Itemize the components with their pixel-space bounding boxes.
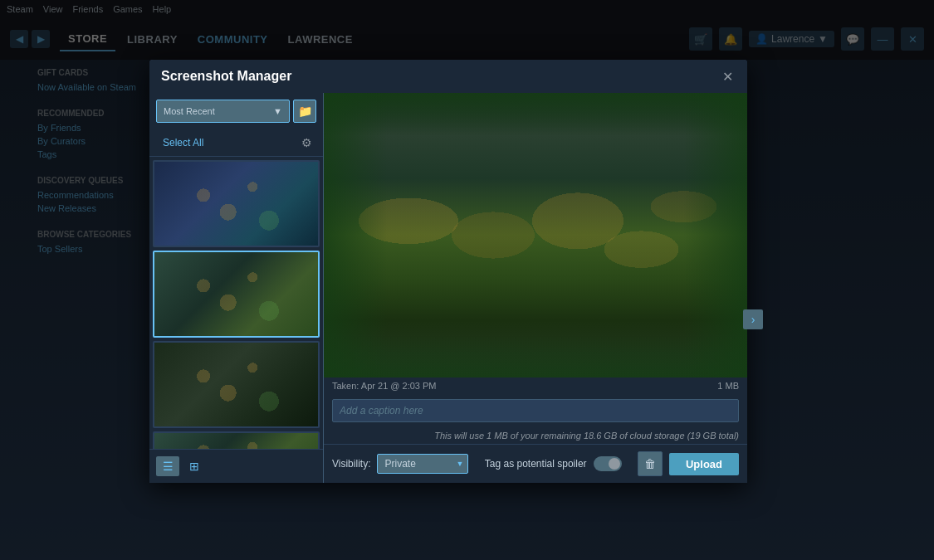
folder-icon: 📁	[298, 105, 312, 118]
grid-view-button[interactable]: ⊞	[183, 456, 206, 476]
list-view-button[interactable]: ☰	[156, 456, 179, 476]
thumbnail-image	[154, 252, 318, 336]
visibility-row: Visibility: Private Friends Only Public	[332, 454, 468, 474]
sort-dropdown[interactable]: Most Recent ▼	[156, 100, 290, 123]
visibility-label: Visibility:	[332, 458, 370, 470]
view-controls: ☰ ⊞	[149, 449, 323, 483]
select-all-row: Select All ⚙	[149, 129, 323, 157]
preview-image	[324, 93, 747, 377]
modal-header: Screenshot Manager ✕	[149, 60, 747, 93]
main-preview-area	[324, 93, 747, 377]
bottom-controls: Visibility: Private Friends Only Public …	[324, 444, 747, 483]
spoiler-toggle[interactable]	[594, 456, 622, 471]
timestamp-label: Taken: Apr 21 @ 2:03 PM	[332, 381, 437, 391]
modal-close-button[interactable]: ✕	[719, 68, 736, 85]
modal-title: Screenshot Manager	[161, 69, 291, 84]
action-buttons: 🗑 Upload	[638, 451, 739, 476]
thumbnail-item[interactable]	[153, 160, 320, 247]
select-all-button[interactable]: Select All	[156, 134, 210, 152]
delete-button[interactable]: 🗑	[638, 451, 663, 476]
caption-area	[324, 394, 747, 427]
left-panel: Most Recent ▼ 📁 Select All ⚙	[149, 93, 324, 483]
screenshot-manager-modal: Screenshot Manager ✕ Most Recent ▼ 📁 Sel…	[149, 60, 747, 483]
thumbnail-item[interactable]	[153, 251, 320, 338]
settings-button[interactable]: ⚙	[296, 133, 316, 153]
trash-icon: 🗑	[644, 457, 656, 470]
spoiler-label: Tag as potential spoiler	[485, 458, 587, 470]
thumbnail-image	[154, 433, 318, 449]
thumbnail-item[interactable]	[153, 341, 320, 428]
right-panel: Taken: Apr 21 @ 2:03 PM 1 MB This will u…	[324, 93, 747, 483]
sort-label: Most Recent	[164, 106, 215, 116]
visibility-select-wrapper: Private Friends Only Public	[377, 454, 468, 474]
visibility-select[interactable]: Private Friends Only Public	[377, 454, 468, 474]
filter-controls: Most Recent ▼ 📁	[149, 93, 323, 129]
modal-body: Most Recent ▼ 📁 Select All ⚙	[149, 93, 747, 483]
filesize-label: 1 MB	[717, 381, 739, 391]
thumbnails-list[interactable]	[149, 157, 323, 449]
spoiler-row: Tag as potential spoiler	[485, 456, 622, 471]
preview-info-bar: Taken: Apr 21 @ 2:03 PM 1 MB	[324, 377, 747, 394]
upload-button[interactable]: Upload	[669, 453, 739, 475]
caption-input[interactable]	[332, 399, 739, 422]
folder-button[interactable]: 📁	[293, 100, 316, 123]
thumbnail-item[interactable]	[153, 431, 320, 449]
storage-info-text: This will use 1 MB of your remaining 18.…	[434, 431, 739, 441]
thumbnail-image	[154, 343, 318, 426]
thumbnail-image	[154, 162, 318, 246]
next-screenshot-button[interactable]: ›	[743, 309, 763, 329]
storage-info: This will use 1 MB of your remaining 18.…	[324, 427, 747, 444]
sort-arrow-icon: ▼	[273, 106, 282, 116]
